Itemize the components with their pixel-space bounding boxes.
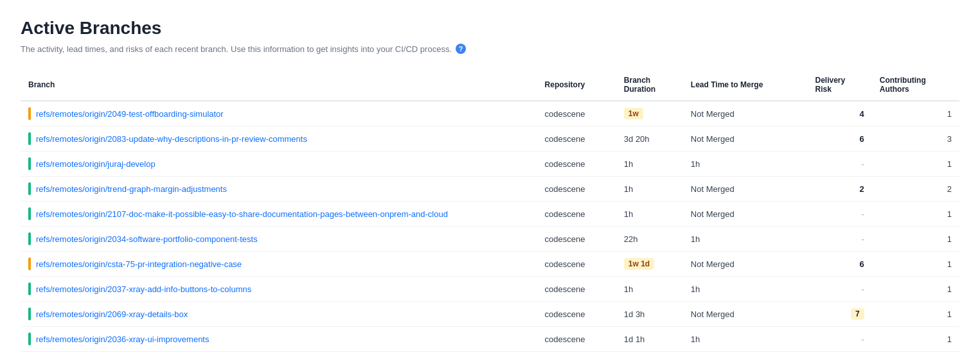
branch-indicator xyxy=(28,232,31,245)
lead-time-cell: 1h xyxy=(683,152,808,177)
branch-cell-inner: refs/remotes/origin/2069-xray-details-bo… xyxy=(28,307,530,320)
branch-duration-cell: 22h xyxy=(616,227,683,252)
branch-cell-inner: refs/remotes/origin/trend-graph-margin-a… xyxy=(28,182,530,195)
table-row: refs/remotes/origin/trend-graph-margin-a… xyxy=(21,177,959,202)
branch-duration-cell: 1d 3h xyxy=(616,302,683,327)
branch-indicator xyxy=(28,257,31,270)
repository-cell: codescene xyxy=(537,302,616,327)
branch-indicator xyxy=(28,132,31,145)
col-header-branch: Branch xyxy=(21,69,537,101)
repository-cell: codescene xyxy=(537,101,616,126)
table-row: refs/remotes/origin/juraj-developcodesce… xyxy=(21,152,959,177)
branch-link[interactable]: refs/remotes/origin/2083-update-why-desc… xyxy=(36,134,307,144)
branches-table: Branch Repository BranchDuration Lead Ti… xyxy=(21,69,959,352)
col-header-delivery-risk: DeliveryRisk xyxy=(807,69,871,101)
delivery-risk-cell: - xyxy=(807,152,871,177)
repository-cell: codescene xyxy=(537,126,616,152)
branch-cell-inner: refs/remotes/origin/juraj-develop xyxy=(28,157,530,170)
branch-indicator xyxy=(28,307,31,320)
branch-cell-inner: refs/remotes/origin/csta-75-pr-integrati… xyxy=(28,257,530,270)
lead-time-cell: Not Merged xyxy=(683,202,808,227)
delivery-risk-cell: 7 xyxy=(807,302,871,327)
branch-cell-inner: refs/remotes/origin/2049-test-offboardin… xyxy=(28,107,530,120)
branch-cell: refs/remotes/origin/trend-graph-margin-a… xyxy=(21,177,537,202)
branch-cell-inner: refs/remotes/origin/2036-xray-ui-improve… xyxy=(28,333,530,345)
contributing-authors-cell: 3 xyxy=(872,126,959,152)
table-body: refs/remotes/origin/2049-test-offboardin… xyxy=(21,101,959,352)
col-header-contributing-authors: ContributingAuthors xyxy=(872,69,959,101)
risk-dash: - xyxy=(861,159,864,169)
lead-time-cell: Not Merged xyxy=(683,126,808,152)
risk-number: 2 xyxy=(860,184,864,194)
branch-link[interactable]: refs/remotes/origin/juraj-develop xyxy=(36,159,156,169)
branch-duration-cell: 3d 20h xyxy=(616,126,683,152)
branch-indicator xyxy=(28,333,31,345)
delivery-risk-cell: 4 xyxy=(807,101,871,126)
branch-link[interactable]: refs/remotes/origin/2034-software-portfo… xyxy=(36,234,258,244)
branch-link[interactable]: refs/remotes/origin/2107-doc-make-it-pos… xyxy=(36,209,448,219)
contributing-authors-cell: 1 xyxy=(872,302,959,327)
branch-cell-inner: refs/remotes/origin/2083-update-why-desc… xyxy=(28,132,530,145)
contributing-authors-cell: 1 xyxy=(872,252,959,277)
table-row: refs/remotes/origin/2083-update-why-desc… xyxy=(21,126,959,152)
branch-indicator xyxy=(28,157,31,170)
lead-time-cell: 1h xyxy=(683,277,808,302)
repository-cell: codescene xyxy=(537,177,616,202)
branch-cell: refs/remotes/origin/csta-75-pr-integrati… xyxy=(21,252,537,277)
delivery-risk-cell: - xyxy=(807,202,871,227)
table-row: refs/remotes/origin/2049-test-offboardin… xyxy=(21,101,959,126)
repository-cell: codescene xyxy=(537,202,616,227)
branch-duration-cell: 1d 1h xyxy=(616,327,683,352)
contributing-authors-cell: 1 xyxy=(872,202,959,227)
help-icon[interactable]: ? xyxy=(456,44,466,54)
branch-cell: refs/remotes/origin/2107-doc-make-it-pos… xyxy=(21,202,537,227)
table-row: refs/remotes/origin/2037-xray-add-info-b… xyxy=(21,277,959,302)
branch-cell: refs/remotes/origin/2034-software-portfo… xyxy=(21,227,537,252)
lead-time-cell: Not Merged xyxy=(683,101,808,126)
branch-link[interactable]: refs/remotes/origin/2037-xray-add-info-b… xyxy=(36,284,251,294)
col-header-duration: BranchDuration xyxy=(616,69,683,101)
table-row: refs/remotes/origin/2069-xray-details-bo… xyxy=(21,302,959,327)
risk-badge: 7 xyxy=(851,308,864,320)
contributing-authors-cell: 1 xyxy=(872,152,959,177)
branch-link[interactable]: refs/remotes/origin/csta-75-pr-integrati… xyxy=(36,259,242,269)
delivery-risk-cell: 6 xyxy=(807,126,871,152)
branch-duration-cell: 1w 1d xyxy=(616,252,683,277)
branch-duration-cell: 1h xyxy=(616,177,683,202)
contributing-authors-cell: 2 xyxy=(872,177,959,202)
table-row: refs/remotes/origin/2036-xray-ui-improve… xyxy=(21,327,959,352)
subtitle-text: The activity, lead times, and risks of e… xyxy=(21,44,452,54)
risk-dash: - xyxy=(861,234,864,244)
branch-link[interactable]: refs/remotes/origin/trend-graph-margin-a… xyxy=(36,184,227,194)
delivery-risk-cell: 2 xyxy=(807,177,871,202)
duration-badge: 1w 1d xyxy=(624,258,654,270)
page-subtitle: The activity, lead times, and risks of e… xyxy=(21,44,959,54)
branch-link[interactable]: refs/remotes/origin/2069-xray-details-bo… xyxy=(36,309,188,319)
table-header: Branch Repository BranchDuration Lead Ti… xyxy=(21,69,959,101)
delivery-risk-cell: - xyxy=(807,327,871,352)
risk-number: 4 xyxy=(860,109,864,119)
branch-cell: refs/remotes/origin/2036-xray-ui-improve… xyxy=(21,327,537,352)
page-title: Active Branches xyxy=(21,18,959,39)
repository-cell: codescene xyxy=(537,252,616,277)
branch-link[interactable]: refs/remotes/origin/2049-test-offboardin… xyxy=(36,109,224,119)
branch-link[interactable]: refs/remotes/origin/2036-xray-ui-improve… xyxy=(36,334,209,344)
branch-cell: refs/remotes/origin/2069-xray-details-bo… xyxy=(21,302,537,327)
risk-dash: - xyxy=(861,334,864,344)
risk-dash: - xyxy=(861,209,864,219)
lead-time-cell: Not Merged xyxy=(683,177,808,202)
risk-dash: - xyxy=(861,284,864,294)
repository-cell: codescene xyxy=(537,152,616,177)
branch-cell-inner: refs/remotes/origin/2107-doc-make-it-pos… xyxy=(28,207,530,220)
lead-time-cell: 1h xyxy=(683,227,808,252)
branch-cell: refs/remotes/origin/juraj-develop xyxy=(21,152,537,177)
branch-cell-inner: refs/remotes/origin/2034-software-portfo… xyxy=(28,232,530,245)
contributing-authors-cell: 1 xyxy=(872,327,959,352)
delivery-risk-cell: 6 xyxy=(807,252,871,277)
col-header-repository: Repository xyxy=(537,69,616,101)
branch-duration-cell: 1w xyxy=(616,101,683,126)
table-row: refs/remotes/origin/csta-75-pr-integrati… xyxy=(21,252,959,277)
branch-indicator xyxy=(28,282,31,295)
contributing-authors-cell: 1 xyxy=(872,277,959,302)
contributing-authors-cell: 1 xyxy=(872,227,959,252)
